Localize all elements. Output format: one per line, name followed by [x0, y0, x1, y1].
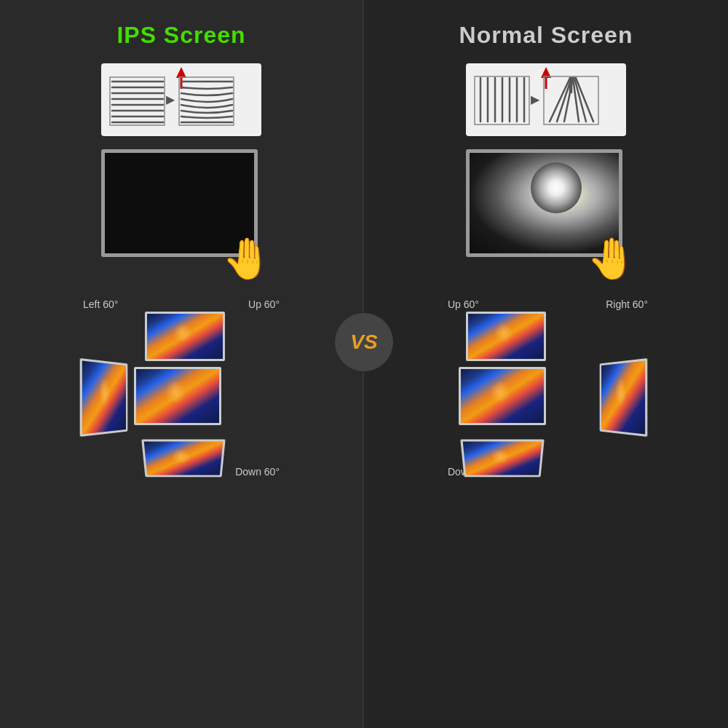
ips-title: IPS Screen [116, 22, 245, 49]
ips-angle-container: Left 60° Up 60° Down 60° [79, 297, 283, 479]
ips-down-label: Down 60° [235, 466, 280, 478]
svg-text:▶: ▶ [166, 93, 175, 106]
vs-label: VS [350, 331, 377, 354]
hand-icon-normal: 🤚 [587, 235, 637, 282]
normal-center-thumb [459, 367, 546, 425]
normal-up-thumb [466, 312, 546, 361]
normal-angle-container: Up 60° Right 60° Down 60° [444, 297, 648, 479]
normal-right-thumb [600, 358, 648, 437]
normal-right-label: Right 60° [606, 298, 648, 310]
hand-icon-ips: 🤚 [222, 235, 272, 282]
vs-circle: VS [335, 313, 393, 371]
ips-up-label: Up 60° [248, 298, 280, 310]
ips-diagram: ▶ [101, 63, 261, 136]
normal-down-thumb [460, 439, 544, 477]
svg-text:▶: ▶ [531, 93, 540, 106]
normal-up-label: Up 60° [448, 298, 479, 310]
ips-center-thumb [134, 367, 221, 425]
svg-marker-0 [176, 67, 186, 78]
ips-left-thumb [80, 358, 128, 437]
normal-title: Normal Screen [459, 22, 633, 49]
ips-screen-illustration: 🤚 [94, 149, 269, 277]
normal-diagram: ▶ [466, 63, 626, 136]
main-container: IPS Screen [0, 0, 728, 728]
left-panel: IPS Screen [0, 0, 364, 728]
ips-left-label: Left 60° [83, 298, 118, 310]
svg-rect-10 [110, 77, 165, 125]
right-panel: Normal Screen [364, 0, 728, 728]
normal-screen-illustration: 🤚 [459, 149, 633, 277]
ips-up-thumb [145, 312, 225, 361]
ips-down-thumb [141, 439, 225, 477]
